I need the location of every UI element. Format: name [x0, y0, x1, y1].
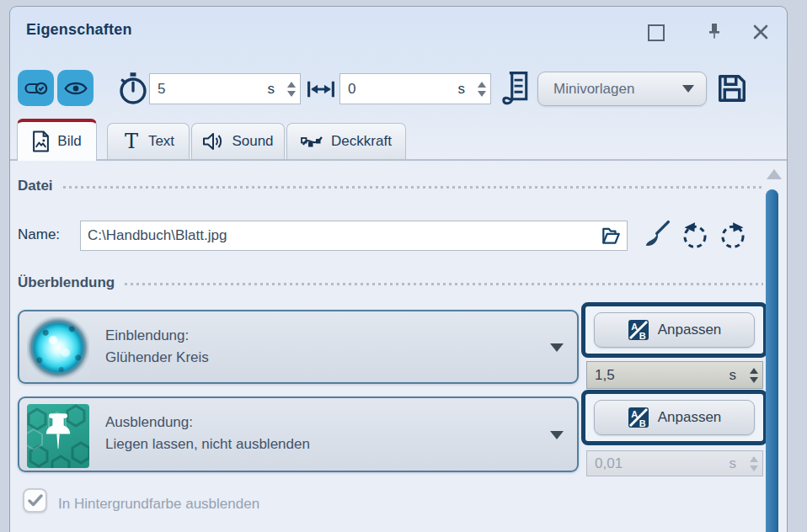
tab-deckkraft-label: Deckkraft	[331, 133, 392, 150]
fade-out-value: Liegen lassen, nicht ausblenden	[105, 434, 310, 455]
text-icon: T	[122, 130, 141, 152]
maximize-button[interactable]	[648, 24, 665, 41]
fade-out-adjust-highlight: A B Anpassen	[581, 390, 767, 445]
close-icon	[751, 23, 770, 41]
stopwatch-icon	[118, 72, 148, 105]
fade-in-label: Einblendung:	[105, 325, 209, 347]
templates-dropdown-label: Minivorlagen	[553, 81, 682, 98]
tab-bild[interactable]: Bild	[17, 119, 97, 161]
bg-fade-checkbox[interactable]	[23, 488, 47, 513]
eye-icon	[64, 80, 88, 97]
image-file-icon	[32, 130, 50, 152]
svg-text:B: B	[639, 331, 646, 341]
properties-panel: Eigenschaften 5 s	[9, 6, 788, 532]
pin-button[interactable]	[706, 21, 723, 45]
fade-out-duration-unit: s	[730, 455, 737, 472]
rotate-ccw-icon	[681, 221, 709, 250]
display-duration-field[interactable]: 5 s	[149, 73, 301, 104]
rotate-cw-icon	[719, 221, 747, 250]
pushpin-icon	[41, 412, 75, 460]
svg-text:T: T	[125, 130, 138, 152]
chevron-down-icon	[550, 343, 564, 352]
fade-out-adjust-label: Anpassen	[658, 409, 722, 426]
open-folder-icon	[600, 225, 622, 247]
tab-text[interactable]: T Text	[107, 123, 190, 159]
script-icon	[501, 70, 530, 107]
rotate-right-button[interactable]	[719, 221, 747, 253]
fade-out-duration-value: 0,01	[595, 455, 730, 472]
fade-out-dropdown[interactable]: Ausblendung: Liegen lassen, nicht ausble…	[18, 396, 579, 472]
fade-in-adjust-label: Anpassen	[658, 322, 722, 338]
fade-in-dropdown[interactable]: Einblendung: Glühender Kreis	[18, 310, 579, 384]
scrollbar-thumb[interactable]	[766, 189, 778, 532]
display-duration-spinner[interactable]	[287, 82, 296, 97]
fade-in-value: Glühender Kreis	[105, 347, 209, 369]
ab-compare-icon: A B	[628, 319, 649, 341]
name-label: Name:	[18, 226, 60, 243]
opacity-curve-icon	[301, 131, 323, 152]
fade-out-adjust-button[interactable]: A B Anpassen	[594, 400, 755, 435]
speaker-icon	[202, 131, 224, 152]
templates-dropdown[interactable]: Minivorlagen	[537, 72, 707, 106]
file-section-heading: Datei	[18, 178, 763, 194]
browse-file-button[interactable]	[600, 225, 622, 247]
close-button[interactable]	[751, 23, 770, 45]
fade-in-duration-spinner[interactable]	[750, 368, 758, 383]
fade-out-duration-field[interactable]: 0,01 s	[586, 450, 763, 476]
tab-text-label: Text	[148, 133, 174, 150]
tab-bild-label: Bild	[57, 133, 81, 150]
fade-in-duration-unit: s	[730, 367, 737, 384]
tab-separator-line	[10, 159, 787, 161]
fade-in-duration-value: 1,5	[595, 367, 730, 384]
tab-deckkraft[interactable]: Deckkraft	[286, 123, 406, 159]
script-button[interactable]	[501, 70, 530, 110]
svg-text:A: A	[631, 322, 638, 332]
checkmark-icon	[28, 494, 43, 507]
chevron-down-icon	[550, 431, 564, 439]
svg-text:A: A	[631, 409, 638, 419]
save-template-button[interactable]	[716, 72, 748, 108]
tab-sound-label: Sound	[232, 133, 273, 150]
paintbrush-icon	[642, 219, 671, 249]
fade-out-label: Ausblendung:	[105, 412, 310, 434]
transition-offset-spinner[interactable]	[478, 82, 486, 97]
fade-out-thumbnail	[27, 404, 89, 468]
display-duration-value: 5	[158, 81, 268, 98]
edit-image-button[interactable]	[642, 219, 671, 253]
toggle-check-icon	[24, 80, 48, 97]
dotted-separator	[63, 186, 763, 189]
file-name-input[interactable]: C:\Handbuch\Blatt.jpg	[80, 221, 628, 251]
chevron-down-icon	[682, 85, 694, 93]
bg-fade-checkbox-label: In Hintergrundfarbe ausblenden	[58, 496, 259, 513]
scroll-up-icon	[767, 169, 782, 179]
width-arrows-icon	[307, 79, 335, 99]
transition-offset-value: 0	[348, 81, 458, 98]
fade-in-duration-field[interactable]: 1,5 s	[586, 361, 763, 389]
transition-offset-unit: s	[458, 81, 466, 98]
panel-title: Eigenschaften	[26, 21, 132, 39]
transition-offset-field[interactable]: 0 s	[339, 73, 491, 104]
pin-icon	[706, 21, 723, 41]
fade-in-thumbnail	[27, 317, 89, 379]
file-path-value: C:\Handbuch\Blatt.jpg	[88, 227, 600, 244]
ab-compare-icon: A B	[628, 407, 649, 428]
fade-in-adjust-button[interactable]: A B Anpassen	[594, 312, 755, 348]
blend-section-title: Überblendung	[18, 274, 115, 291]
dotted-separator	[125, 283, 763, 285]
svg-text:B: B	[639, 418, 646, 428]
visibility-toggle-button[interactable]	[57, 70, 94, 106]
maximize-icon	[648, 24, 665, 41]
save-icon	[716, 72, 748, 104]
link-toggle-button[interactable]	[18, 70, 54, 106]
fade-in-adjust-highlight: A B Anpassen	[581, 302, 767, 358]
scrollbar-up-button[interactable]	[767, 169, 782, 179]
blend-section-heading: Überblendung	[18, 274, 763, 291]
tab-sound[interactable]: Sound	[191, 123, 285, 159]
display-duration-unit: s	[268, 81, 275, 98]
file-section-title: Datei	[18, 178, 53, 194]
rotate-left-button[interactable]	[681, 221, 709, 253]
fade-out-duration-spinner	[750, 456, 758, 471]
